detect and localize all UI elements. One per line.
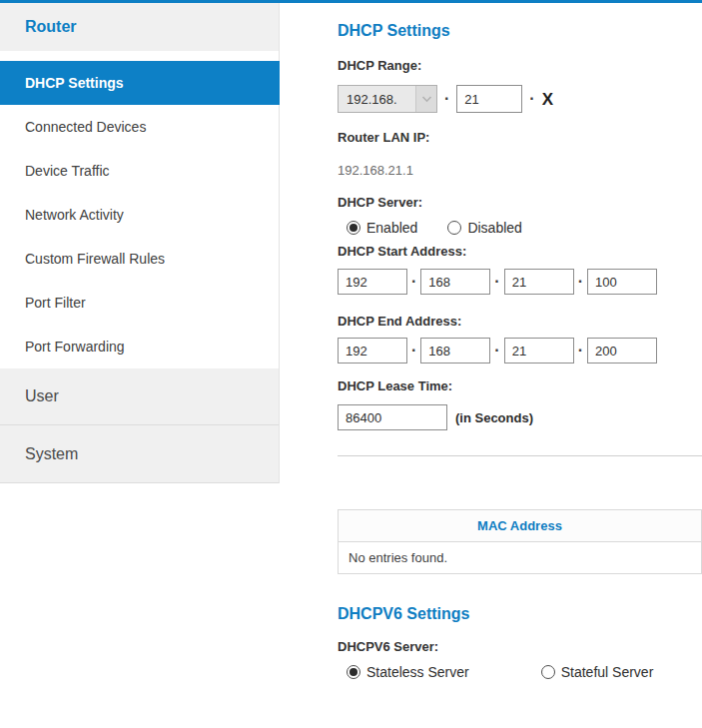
radio-enabled-icon[interactable] [347, 221, 360, 235]
dhcpv6-server-label: DHCPV6 Server: [338, 639, 702, 654]
radio-stateless-label: Stateless Server [366, 664, 469, 680]
dhcp-start-address-label: DHCP Start Address: [338, 244, 702, 259]
radio-stateless-icon[interactable] [347, 665, 360, 679]
dhcp-lease-time-label: DHCP Lease Time: [338, 378, 702, 393]
dhcp-lease-time-input[interactable] [338, 404, 447, 430]
sidebar-item-custom-firewall-rules[interactable]: Custom Firewall Rules [0, 237, 280, 281]
octet-separator: · [578, 274, 583, 290]
sidebar-item-label: Port Forwarding [25, 339, 125, 355]
mac-address-column-header: MAC Address [339, 510, 701, 542]
sidebar-section-router[interactable]: Router [0, 3, 280, 51]
sidebar: Router DHCP Settings Connected Devices D… [0, 3, 280, 483]
dhcp-settings-panel: DHCP Settings DHCP Range: 192.168. · · X… [338, 3, 702, 681]
dhcp-server-options: Enabled Disabled [338, 219, 702, 236]
radio-option-stateful-server[interactable]: Stateful Server [541, 664, 654, 680]
radio-stateful-icon[interactable] [541, 665, 555, 679]
radio-option-stateless-server[interactable]: Stateless Server [347, 664, 469, 680]
dhcp-server-label: DHCP Server: [338, 195, 702, 210]
radio-enabled-label: Enabled [366, 220, 417, 236]
dhcp-start-octet-1[interactable] [338, 269, 407, 295]
sidebar-item-label: Custom Firewall Rules [25, 251, 165, 267]
dhcp-end-octet-3[interactable] [504, 338, 574, 364]
table-empty-row: No entries found. [339, 542, 701, 573]
select-dropdown-button[interactable] [415, 86, 436, 112]
dhcp-range-row: 192.168. · · X [338, 85, 702, 113]
dhcp-end-address-row: · · · [338, 338, 702, 364]
sidebar-user-label: User [25, 387, 59, 405]
sidebar-item-port-forwarding[interactable]: Port Forwarding [0, 325, 280, 368]
sidebar-item-dhcp-settings[interactable]: DHCP Settings [0, 61, 280, 105]
mac-address-table: MAC Address No entries found. [338, 509, 702, 574]
sidebar-item-label: Connected Devices [25, 119, 146, 135]
section-divider [338, 455, 702, 456]
radio-option-disabled[interactable]: Disabled [447, 220, 521, 236]
dhcp-start-octet-2[interactable] [420, 269, 490, 295]
radio-option-enabled[interactable]: Enabled [347, 220, 417, 236]
router-lan-ip-value: 192.168.21.1 [338, 163, 702, 178]
sidebar-router-label: Router [25, 18, 77, 36]
remove-range-button[interactable]: X [542, 91, 553, 108]
octet-separator: · [411, 343, 416, 359]
octet-separator: · [494, 274, 499, 290]
radio-disabled-icon[interactable] [447, 221, 461, 235]
sidebar-item-device-traffic[interactable]: Device Traffic [0, 149, 280, 193]
sidebar-item-connected-devices[interactable]: Connected Devices [0, 105, 280, 149]
dhcp-range-prefix-select[interactable]: 192.168. [338, 85, 437, 113]
page-title: DHCP Settings [338, 22, 702, 40]
sidebar-item-label: Device Traffic [25, 163, 110, 179]
octet-separator: · [529, 91, 534, 107]
sidebar-item-label: Port Filter [25, 295, 86, 311]
dhcp-range-octet-input[interactable] [456, 85, 522, 113]
sidebar-section-system[interactable]: System [0, 425, 280, 483]
dhcp-lease-row: (in Seconds) [338, 404, 702, 430]
dhcp-start-octet-3[interactable] [504, 269, 574, 295]
sidebar-system-label: System [25, 445, 78, 463]
octet-separator: · [494, 343, 499, 359]
sidebar-section-user[interactable]: User [0, 368, 280, 425]
dhcpv6-settings-title: DHCPV6 Settings [338, 605, 702, 623]
dhcp-end-octet-1[interactable] [338, 338, 407, 364]
octet-separator: · [444, 91, 449, 107]
dhcp-end-octet-4[interactable] [587, 338, 657, 364]
chevron-down-icon [421, 96, 432, 103]
sidebar-item-port-filter[interactable]: Port Filter [0, 281, 280, 325]
sidebar-item-network-activity[interactable]: Network Activity [0, 193, 280, 237]
sidebar-gap [0, 51, 280, 61]
dhcp-end-octet-2[interactable] [420, 338, 490, 364]
dhcp-start-octet-4[interactable] [587, 269, 657, 295]
dhcp-end-address-label: DHCP End Address: [338, 314, 702, 329]
sidebar-item-label: DHCP Settings [25, 75, 124, 91]
radio-stateful-label: Stateful Server [561, 664, 654, 680]
radio-disabled-label: Disabled [467, 220, 521, 236]
dhcp-range-prefix-value: 192.168. [339, 92, 415, 107]
router-lan-ip-label: Router LAN IP: [338, 130, 702, 145]
lease-units-label: (in Seconds) [455, 410, 533, 425]
sidebar-nav: DHCP Settings Connected Devices Device T… [0, 61, 280, 368]
dhcpv6-server-options: Stateless Server Stateful Server [338, 663, 702, 681]
octet-separator: · [411, 274, 416, 290]
page-layout: Router DHCP Settings Connected Devices D… [0, 3, 702, 681]
sidebar-item-label: Network Activity [25, 207, 124, 223]
octet-separator: · [578, 343, 583, 359]
dhcp-start-address-row: · · · [338, 269, 702, 295]
dhcp-range-label: DHCP Range: [338, 58, 702, 73]
